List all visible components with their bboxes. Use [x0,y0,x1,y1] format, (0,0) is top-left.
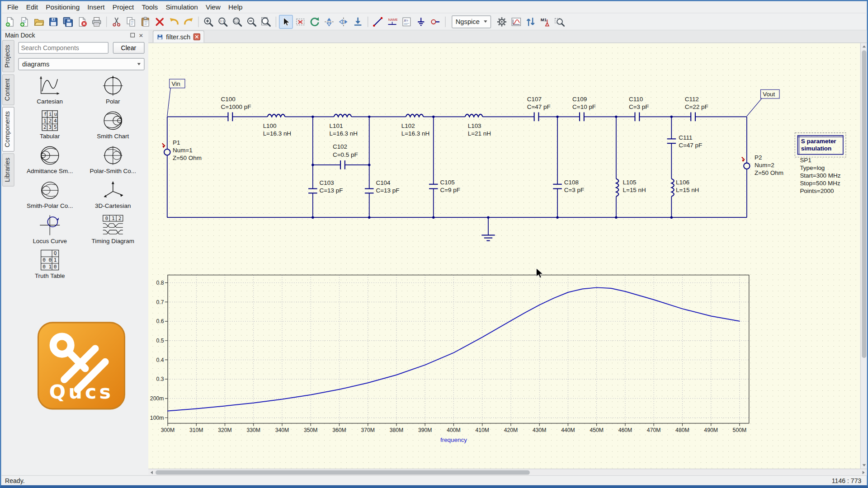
close-file-button[interactable] [75,14,90,28]
menu-simulation[interactable]: Simulation [162,3,202,12]
cartesian-diagram[interactable]: 300M310M320M330M340M350M360M370M380M390M… [150,275,749,444]
component-label[interactable]: C105 [440,179,454,186]
vertical-scrollbar[interactable] [860,43,867,469]
new-button[interactable] [3,14,17,28]
component-L106[interactable] [671,179,674,197]
cut-button[interactable] [109,14,123,28]
menu-file[interactable]: File [3,3,22,12]
menu-tools[interactable]: Tools [138,3,162,12]
zoom-fit-button[interactable] [230,14,244,28]
mirror-x-button[interactable] [322,14,336,28]
menu-project[interactable]: Project [108,3,138,12]
palette-item-tabular[interactable]: fiu124235Tabular [18,109,81,139]
rotate-ccw-button[interactable] [308,14,322,28]
component-label[interactable]: P2 [755,154,762,161]
component-label[interactable]: L=16.3 nH [401,130,429,137]
component-label[interactable]: C=13 pF [376,187,399,194]
component-label[interactable]: Type=log [800,164,825,171]
simulate-button[interactable] [495,14,509,28]
component-L102[interactable] [406,114,424,117]
palette-item-locus[interactable]: Locus Curve [18,214,81,244]
tab-close-icon[interactable] [193,33,200,40]
component-P1[interactable] [162,143,170,155]
undo-button[interactable] [167,14,181,28]
component-C107[interactable] [534,113,539,122]
component-label[interactable]: C=47 pF [679,142,702,149]
component-label[interactable]: Z=50 Ohm [173,155,202,161]
component-P2[interactable] [742,157,750,169]
component-label[interactable]: L103 [468,122,481,129]
node-label-vin[interactable]: Vin [167,79,185,116]
component-label[interactable]: L=15 nH [676,187,699,193]
vertical-scroll-thumb[interactable] [862,50,866,358]
component-C109[interactable] [580,113,584,122]
new-text-button[interactable] [18,14,32,28]
menu-edit[interactable]: Edit [22,3,42,12]
schematic-canvas[interactable]: C100C=1000 pFL100L=16.3 nHL101L=16.3 nHC… [148,43,860,469]
menu-positioning[interactable]: Positioning [42,3,84,12]
component-label[interactable]: C102 [333,143,347,150]
save-all-button[interactable] [61,14,75,28]
print-button[interactable] [90,14,104,28]
sidebar-tab-components[interactable]: Components [2,107,14,151]
horizontal-scrollbar[interactable] [148,469,867,475]
component-label[interactable]: P1 [173,139,180,146]
component-label[interactable]: L=16.3 nH [263,130,291,137]
component-label[interactable]: Stop=500 MHz [800,180,840,187]
scroll-down-icon[interactable] [862,464,865,466]
wire-label-button[interactable]: NAME [385,14,399,28]
component-label[interactable]: L101 [330,122,343,129]
menu-insert[interactable]: Insert [84,3,108,12]
component-label[interactable]: L=21 nH [468,130,491,137]
clear-button[interactable]: Clear [113,42,144,54]
palette-item-cartesian[interactable]: Cartesian [18,75,81,104]
deactivate-button[interactable] [293,14,307,28]
component-label[interactable]: C109 [572,96,587,103]
component-label[interactable]: L102 [401,122,415,129]
copy-button[interactable] [124,14,138,28]
zoom-out-button[interactable] [245,14,259,28]
component-label[interactable]: SP1 [800,157,811,164]
ground-button[interactable] [414,14,428,28]
scroll-up-icon[interactable] [862,45,865,47]
component-label[interactable]: Points=2000 [800,188,834,194]
select-button[interactable] [279,14,293,28]
sidebar-tab-projects[interactable]: Projects [2,40,14,72]
sp-simulation-block[interactable]: S parametersimulation [795,133,846,157]
component-label[interactable]: C=47 pF [527,103,551,110]
component-GND[interactable] [481,235,495,240]
component-C100[interactable] [228,113,232,122]
component-label[interactable]: C=1000 pF [221,103,251,110]
component-label[interactable]: C=0.5 pF [333,151,358,158]
component-label[interactable]: C104 [376,179,391,186]
component-C111[interactable] [667,139,676,143]
zoom-1-1-button[interactable]: 1:1 [216,14,230,28]
equation-button[interactable]: x= [400,14,414,28]
zoom-in-button[interactable] [202,14,216,28]
component-label[interactable]: L100 [263,122,277,129]
palette-item-polar-smith[interactable]: Polar-Smith Co... [81,145,145,174]
show-data-button[interactable] [509,14,524,28]
component-C110[interactable] [635,113,639,122]
zoom-area-button[interactable] [552,14,566,28]
menu-help[interactable]: Help [224,3,246,12]
component-L105[interactable] [616,179,619,197]
dock-close-button[interactable]: ✕ [139,33,143,38]
marker-button[interactable]: M1 [538,14,552,28]
palette-item-smith[interactable]: Smith Chart [81,109,145,139]
component-label[interactable]: C110 [629,96,643,103]
component-C104[interactable] [365,189,374,193]
node-label-vout[interactable]: Vout [747,89,779,116]
open-button[interactable] [32,14,46,28]
component-label[interactable]: C103 [320,179,334,186]
component-label[interactable]: C108 [564,179,579,186]
redo-button[interactable] [182,14,196,28]
zoom-whole-page-button[interactable] [259,14,273,28]
component-C108[interactable] [553,184,562,189]
component-label[interactable]: C=3 pF [629,103,649,110]
component-label[interactable]: C=3 pF [564,187,585,193]
go-into-button[interactable] [351,14,365,28]
scroll-right-icon[interactable] [863,470,865,474]
component-label[interactable]: L=16.3 nH [330,130,358,137]
component-label[interactable]: Z=50 Ohm [755,169,783,176]
